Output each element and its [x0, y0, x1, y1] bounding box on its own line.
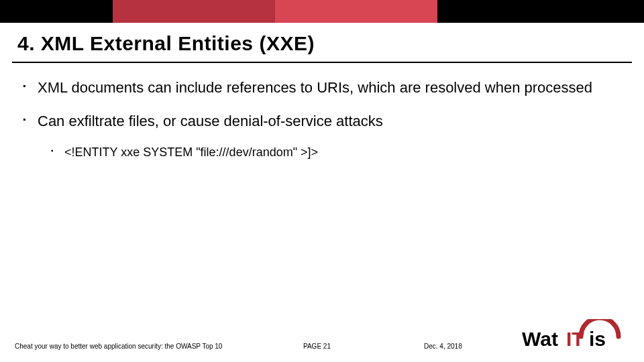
logo-text-it: IT: [566, 328, 584, 350]
logo-svg: Wat IT is: [522, 319, 629, 353]
logo-text-is: is: [589, 328, 606, 350]
header-seg-black-left: [0, 0, 113, 23]
header-seg-dark-red: [113, 0, 275, 23]
sub-bullet-item: <!ENTITY xxe SYSTEM "file:///dev/random"…: [51, 144, 617, 160]
watitis-logo: Wat IT is: [522, 319, 629, 354]
logo-text-wat: Wat: [522, 328, 558, 350]
slide-footer: Cheat your way to better web application…: [0, 343, 644, 350]
footer-date: Dec. 4, 2018: [424, 343, 504, 350]
footer-page-number: PAGE 21: [303, 343, 424, 350]
header-seg-black-right: [437, 0, 644, 23]
bullet-item: Can exfiltrate files, or cause denial-of…: [23, 111, 617, 161]
header-color-bar: [0, 0, 644, 23]
bullet-item: XML documents can include references to …: [23, 78, 617, 98]
header-seg-light-red: [275, 0, 437, 23]
bullet-text: Can exfiltrate files, or cause denial-of…: [38, 113, 383, 129]
slide-content: XML documents can include references to …: [0, 63, 644, 161]
bullet-text: XML documents can include references to …: [38, 79, 592, 96]
footer-presentation-title: Cheat your way to better web application…: [15, 343, 303, 350]
slide-title: 4. XML External Entities (XXE): [0, 23, 644, 55]
sub-bullet-text: <!ENTITY xxe SYSTEM "file:///dev/random"…: [64, 145, 318, 159]
